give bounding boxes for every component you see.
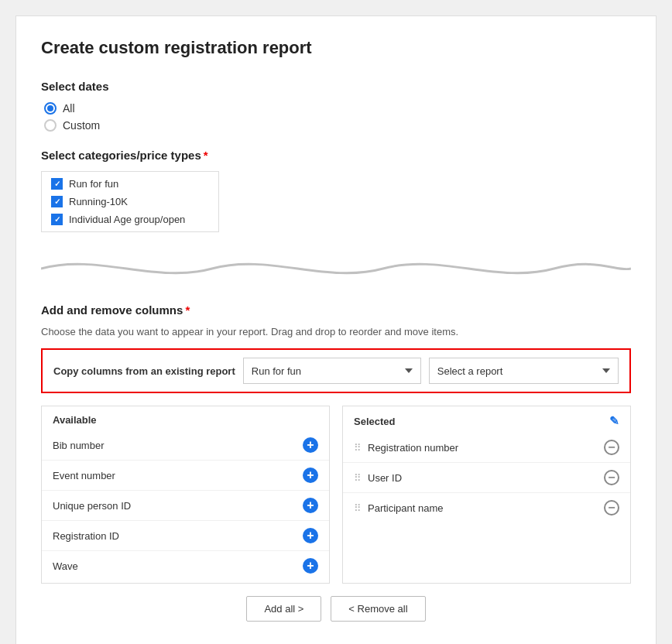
add-icon[interactable]: + [303, 468, 318, 483]
checkbox-running-10k[interactable]: Running-10K [51, 196, 209, 207]
dates-radio-group: All Custom [44, 102, 631, 132]
edit-icon[interactable]: ✎ [609, 414, 619, 428]
checkbox-individual-age[interactable]: Individual Age group/open [51, 214, 209, 225]
categories-checkbox-group: Run for fun Running-10K Individual Age g… [41, 171, 219, 232]
item-label: Wave [53, 560, 78, 572]
item-label: Registration number [368, 442, 458, 454]
columns-required-star: * [185, 303, 190, 317]
dropdown-run-for-fun-value: Run for fun [252, 365, 301, 377]
selected-panel-title: Selected [354, 416, 395, 427]
list-item[interactable]: Wave + [42, 551, 329, 581]
categories-section-title: Select categories/price types* [41, 149, 631, 162]
checkbox-individual-age-label: Individual Age group/open [69, 214, 185, 225]
selected-panel: Selected ✎ ⠿ Registration number − ⠿ [342, 406, 631, 584]
add-icon[interactable]: + [303, 437, 318, 453]
checkbox-run-for-fun[interactable]: Run for fun [51, 178, 209, 190]
radio-custom-label: Custom [63, 119, 100, 132]
list-item[interactable]: ⠿ User ID − [343, 463, 630, 493]
radio-all-circle [44, 102, 57, 115]
selected-panel-header: Selected ✎ [343, 406, 630, 433]
item-label: Event number [53, 470, 115, 481]
categories-section: Select categories/price types* Run for f… [41, 149, 631, 232]
list-item[interactable]: Registration ID + [42, 521, 329, 551]
bottom-actions: Add all > < Remove all [41, 596, 631, 622]
checkbox-running-10k-box [51, 196, 63, 207]
list-item[interactable]: Unique person ID + [42, 491, 329, 521]
remove-icon[interactable]: − [604, 470, 619, 485]
drag-handle-icon: ⠿ [354, 472, 362, 484]
chevron-down-icon [405, 368, 413, 373]
radio-all[interactable]: All [44, 102, 631, 115]
checkbox-running-10k-label: Running-10K [69, 196, 128, 207]
radio-all-label: All [63, 102, 75, 115]
item-label: Unique person ID [53, 500, 131, 512]
checkbox-individual-age-box [51, 214, 63, 225]
page-container: Create custom registration report Select… [15, 15, 657, 644]
list-item[interactable]: Event number + [42, 461, 329, 491]
panels-row: Available Bib number + Event number + Un… [41, 406, 631, 584]
available-panel-list: Bib number + Event number + Unique perso… [42, 430, 329, 583]
available-panel-title: Available [53, 414, 97, 426]
page-title: Create custom registration report [41, 38, 631, 58]
copy-columns-label: Copy columns from an existing report [53, 365, 235, 377]
columns-section: Add and remove columns* Choose the data … [41, 303, 631, 622]
item-label: Registration ID [53, 530, 119, 542]
checkbox-run-for-fun-label: Run for fun [69, 178, 118, 190]
dates-section-title: Select dates [41, 80, 631, 93]
columns-description: Choose the data you want to appear in yo… [41, 326, 631, 337]
radio-custom[interactable]: Custom [44, 119, 631, 132]
remove-icon[interactable]: − [604, 440, 619, 455]
checkbox-run-for-fun-box [51, 178, 63, 190]
selected-item-left: ⠿ User ID [354, 472, 402, 484]
columns-section-title: Add and remove columns* [41, 303, 631, 317]
item-label: Bib number [53, 440, 104, 451]
available-panel-header: Available [42, 406, 329, 430]
list-item[interactable]: ⠿ Participant name − [343, 493, 630, 522]
wave-separator [41, 249, 631, 288]
selected-item-left: ⠿ Registration number [354, 442, 458, 454]
add-icon[interactable]: + [303, 558, 318, 574]
chevron-down-icon-2 [602, 368, 610, 373]
item-label: User ID [368, 472, 402, 484]
dates-section: Select dates All Custom [41, 80, 631, 132]
remove-icon[interactable]: − [604, 500, 619, 516]
required-star: * [204, 149, 208, 162]
radio-custom-circle [44, 119, 57, 132]
dropdown-select-report-placeholder: Select a report [437, 365, 503, 377]
list-item[interactable]: ⠿ Registration number − [343, 433, 630, 463]
add-icon[interactable]: + [303, 528, 318, 543]
remove-all-button[interactable]: < Remove all [331, 596, 425, 622]
available-panel: Available Bib number + Event number + Un… [41, 406, 330, 584]
list-item[interactable]: Bib number + [42, 430, 329, 461]
item-label: Participant name [368, 502, 444, 514]
add-icon[interactable]: + [303, 498, 318, 513]
dropdown-select-report[interactable]: Select a report [429, 358, 619, 384]
selected-item-left: ⠿ Participant name [354, 502, 444, 514]
drag-handle-icon: ⠿ [354, 442, 362, 454]
dropdown-run-for-fun[interactable]: Run for fun [243, 358, 421, 384]
add-all-button[interactable]: Add all > [246, 596, 321, 622]
selected-panel-list: ⠿ Registration number − ⠿ User ID − [343, 433, 630, 583]
drag-handle-icon: ⠿ [354, 502, 362, 514]
copy-columns-row: Copy columns from an existing report Run… [41, 348, 631, 393]
